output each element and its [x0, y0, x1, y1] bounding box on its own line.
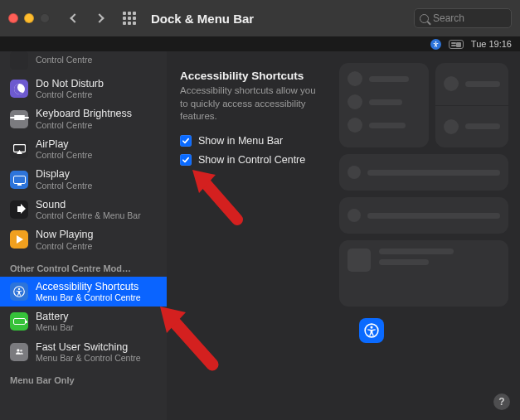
sidebar-item-sub: Menu Bar & Control Centre: [36, 292, 141, 302]
sidebar-item-label: Sound: [36, 199, 141, 210]
preview-card: [339, 154, 508, 191]
control-centre-preview: [339, 63, 508, 407]
play-icon: [10, 230, 28, 249]
preview-card: [339, 63, 429, 147]
sidebar-item-partial-top[interactable]: Control Centre: [0, 51, 167, 74]
sidebar-item-label: Now Playing: [36, 229, 93, 240]
sidebar-section-menubar-only: Menu Bar Only: [0, 367, 167, 389]
sidebar-item-fast-user-switching[interactable]: Fast User Switching Menu Bar & Control C…: [0, 337, 167, 367]
sidebar-item-display[interactable]: Display Control Centre: [0, 164, 167, 194]
checkbox-label: Show in Menu Bar: [198, 135, 283, 147]
titlebar: Dock & Menu Bar Search: [0, 0, 520, 36]
forward-button[interactable]: [88, 8, 111, 28]
sidebar-item-label: Battery: [36, 311, 74, 322]
sidebar-item-label: Display: [36, 168, 92, 180]
grid-icon: [123, 12, 136, 25]
window-title: Dock & Menu Bar: [151, 12, 254, 26]
sidebar-section-other: Other Control Centre Mod…: [0, 255, 167, 277]
chevron-left-icon: [70, 13, 79, 22]
sidebar-item-keyboard-brightness[interactable]: Keyboard Brightness Control Centre: [0, 104, 167, 133]
svg-point-5: [20, 350, 22, 352]
menubar-accessibility-icon[interactable]: [430, 39, 441, 50]
sidebar-item-do-not-disturb[interactable]: Do Not Disturb Control Centre: [0, 74, 167, 104]
search-input[interactable]: Search: [414, 8, 512, 28]
sidebar-item-sub: Control Centre: [36, 181, 92, 191]
detail-heading: Accessibility Shortcuts: [180, 70, 326, 82]
fast-user-switching-icon: [10, 343, 28, 361]
preview-card: [339, 197, 508, 234]
preview-card: [435, 63, 508, 147]
moon-icon: [10, 80, 28, 98]
sidebar-item-now-playing[interactable]: Now Playing Control Centre: [0, 224, 167, 254]
sidebar-item-sub: Control Centre: [36, 120, 132, 130]
minimize-window-button[interactable]: [24, 13, 34, 23]
battery-icon: [10, 312, 28, 331]
sidebar-item-accessibility-shortcuts[interactable]: Accessibility Shortcuts Menu Bar & Contr…: [0, 277, 167, 307]
sidebar-item-sub: Control Centre: [36, 241, 93, 251]
svg-point-7: [370, 326, 372, 328]
checkbox-label: Show in Control Centre: [198, 154, 305, 166]
sidebar-item-label: Keyboard Brightness: [36, 108, 132, 119]
detail-description: Accessibility shortcuts allow you to qui…: [180, 84, 326, 123]
accessibility-icon: [10, 282, 28, 301]
desktop-menubar: Tue 19:16: [0, 36, 520, 51]
sidebar: Control Centre Do Not Disturb Control Ce…: [0, 51, 167, 420]
sidebar-item-sound[interactable]: Sound Control Centre & Menu Bar: [0, 195, 167, 224]
sidebar-item-sub: Control Centre: [36, 150, 92, 160]
svg-point-0: [435, 41, 436, 42]
nav-buttons: [63, 8, 111, 28]
sidebar-item-label: Accessibility Shortcuts: [36, 281, 141, 292]
close-window-button[interactable]: [8, 13, 18, 23]
checkbox-checked-icon: [180, 154, 192, 166]
show-in-menu-bar-row[interactable]: Show in Menu Bar: [180, 135, 326, 147]
chevron-right-icon: [95, 13, 104, 22]
sidebar-item-airplay[interactable]: AirPlay Control Centre: [0, 134, 167, 164]
detail-panel: Accessibility Shortcuts Accessibility sh…: [180, 70, 326, 173]
sidebar-item-label: Do Not Disturb: [36, 78, 104, 89]
search-icon: [420, 14, 429, 23]
preview-accessibility-module: [359, 318, 384, 343]
help-label: ?: [498, 396, 504, 408]
help-button[interactable]: ?: [493, 393, 510, 410]
sound-icon: [10, 200, 28, 219]
back-button[interactable]: [63, 8, 86, 28]
svg-point-3: [18, 288, 20, 290]
sidebar-item-label: AirPlay: [36, 138, 92, 150]
annotation-arrow-icon: [187, 163, 254, 229]
menubar-clock[interactable]: Tue 19:16: [471, 39, 512, 49]
sidebar-item-label: Fast User Switching: [36, 341, 141, 353]
display-icon: [10, 171, 28, 189]
search-placeholder: Search: [433, 12, 464, 24]
sidebar-item-sub: Menu Bar & Control Centre: [36, 353, 141, 363]
show-in-control-centre-row[interactable]: Show in Control Centre: [180, 154, 326, 166]
menubar-control-centre-icon[interactable]: [449, 40, 464, 49]
sidebar-item-sub: Menu Bar: [36, 322, 74, 332]
sidebar-item-sub: Control Centre: [36, 56, 92, 65]
sidebar-item-sub: Control Centre & Menu Bar: [36, 210, 141, 220]
keyboard-brightness-icon: [10, 110, 28, 128]
airplay-icon: [10, 140, 28, 158]
generic-module-icon: [10, 51, 28, 70]
svg-point-4: [17, 349, 19, 351]
window-controls: [8, 13, 50, 23]
show-all-button[interactable]: [118, 8, 141, 28]
checkbox-checked-icon: [180, 135, 192, 147]
sidebar-item-sub: Control Centre: [36, 89, 104, 99]
content-pane: Accessibility Shortcuts Accessibility sh…: [167, 51, 520, 420]
sidebar-item-battery[interactable]: Battery Menu Bar: [0, 307, 167, 336]
preview-card: [339, 240, 508, 307]
zoom-window-button[interactable]: [40, 13, 50, 23]
